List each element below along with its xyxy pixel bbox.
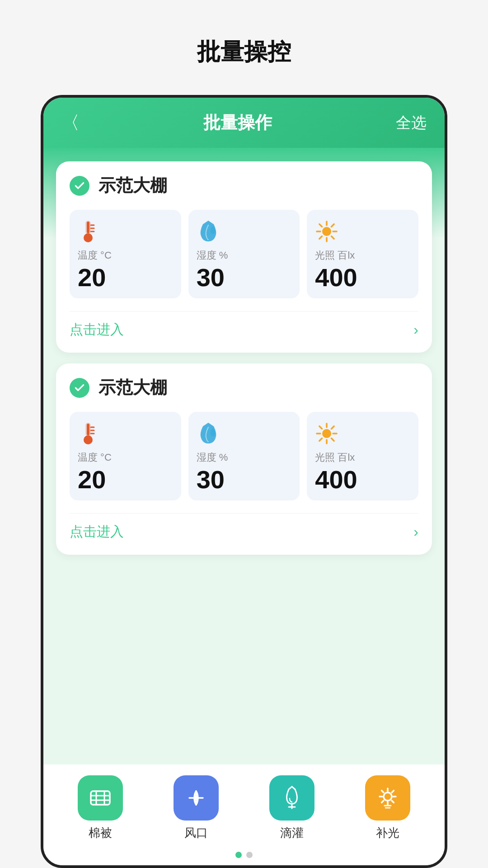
greenhouse-card-2: 示范大棚 温度 °C [56,363,432,555]
top-bar-title: 批量操作 [203,111,272,134]
drop-icon-2 [197,422,220,447]
svg-line-46 [392,801,394,802]
enter-link-2[interactable]: 点击进入 [70,523,124,541]
drop-icon-1 [197,220,220,245]
svg-line-47 [392,791,394,793]
greenhouse-card-1: 示范大棚 温度 °C [56,161,432,353]
svg-point-40 [384,793,392,801]
sensor-temp-2: 温度 °C 20 [70,412,181,500]
temp-value-1: 20 [78,265,106,290]
check-icon-1[interactable] [70,176,89,196]
humidity-label-2: 湿度 % [197,451,228,464]
blanket-label: 棉被 [89,825,112,841]
enter-arrow-1: › [413,321,418,338]
svg-line-13 [332,224,334,227]
light-value-1: 400 [315,265,357,290]
svg-point-37 [194,796,198,800]
sensor-humidity-1: 湿度 % 30 [188,210,300,298]
svg-line-48 [382,801,384,802]
sensor-light-2: 光照 百lx 400 [307,412,418,500]
light-icon-wrap [365,775,410,821]
svg-line-12 [332,236,334,239]
toolbar-item-light[interactable]: 补光 [365,775,410,841]
enter-arrow-2: › [413,524,418,540]
bottom-toolbar: 棉被 风口 [43,764,445,865]
light-value-2: 400 [315,467,357,492]
svg-line-28 [332,426,334,429]
svg-line-27 [332,438,334,441]
svg-rect-1 [87,222,89,233]
vent-icon-wrap [174,775,219,821]
card-title-1: 示范大棚 [99,174,167,197]
sun-icon-2 [315,422,338,447]
enter-link-1[interactable]: 点击进入 [70,321,124,339]
sensor-humidity-2: 湿度 % 30 [188,412,300,500]
svg-line-29 [319,438,322,441]
sensor-grid-1: 温度 °C 20 湿度 % 30 [70,210,418,298]
phone-frame: 〈 批量操作 全选 示范大棚 [41,95,447,868]
dot-inactive [246,852,253,858]
blanket-icon-wrap [78,775,123,821]
back-button[interactable]: 〈 [61,110,80,135]
svg-line-14 [319,236,322,239]
svg-point-21 [322,429,331,438]
drip-icon-wrap [269,775,314,821]
temp-value-2: 20 [78,467,106,492]
card-header-1: 示范大棚 [70,174,418,197]
svg-point-2 [84,233,93,242]
dots-indicator [235,852,253,858]
check-icon-2[interactable] [70,378,89,398]
svg-line-45 [382,791,384,793]
thermometer-icon-1 [78,220,99,245]
svg-rect-16 [87,424,89,435]
temp-label-2: 温度 °C [78,451,112,464]
sensor-temp-1: 温度 °C 20 [70,210,181,298]
drip-label: 滴灌 [280,825,304,841]
thermometer-icon-2 [78,422,99,447]
svg-line-26 [319,426,322,429]
content-area: 示范大棚 温度 °C [43,148,445,764]
svg-point-17 [84,435,93,444]
vent-label: 风口 [184,825,208,841]
card-header-2: 示范大棚 [70,376,418,399]
sensor-grid-2: 温度 °C 20 湿度 % 30 [70,412,418,500]
sensor-light-1: 光照 百lx 400 [307,210,418,298]
temp-label-1: 温度 °C [78,249,112,262]
humidity-value-1: 30 [197,265,225,290]
humidity-label-1: 湿度 % [197,249,228,262]
sun-icon-1 [315,220,338,245]
light-label: 补光 [376,825,399,841]
page-title: 批量操控 [197,36,291,68]
svg-line-11 [319,224,322,227]
svg-point-6 [322,227,331,236]
card-footer-1[interactable]: 点击进入 › [70,311,418,339]
toolbar-item-blanket[interactable]: 棉被 [78,775,123,841]
top-bar: 〈 批量操作 全选 [43,98,445,148]
card-footer-2[interactable]: 点击进入 › [70,513,418,541]
dot-active [235,852,242,858]
light-label-1: 光照 百lx [315,249,355,262]
humidity-value-2: 30 [197,467,225,492]
select-all-button[interactable]: 全选 [396,113,427,133]
card-title-2: 示范大棚 [99,376,167,399]
toolbar-item-drip[interactable]: 滴灌 [269,775,314,841]
toolbar-items: 棉被 风口 [43,775,445,841]
svg-rect-30 [91,791,110,805]
toolbar-item-vent[interactable]: 风口 [174,775,219,841]
light-label-2: 光照 百lx [315,451,355,464]
